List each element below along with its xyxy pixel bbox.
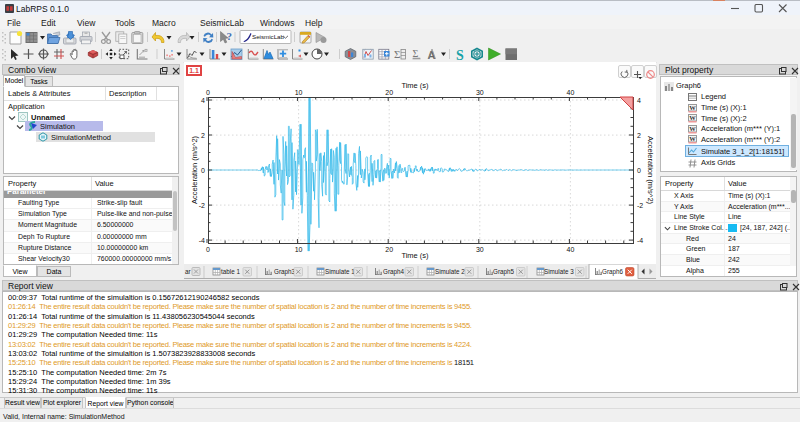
- svg-text:ar: ar: [185, 268, 191, 275]
- svg-text:40: 40: [567, 89, 575, 96]
- svg-text:30: 30: [476, 89, 484, 96]
- svg-text:W: W: [689, 104, 696, 111]
- svg-text:Simulate 2: Simulate 2: [435, 268, 465, 275]
- svg-text:-4: -4: [637, 237, 643, 244]
- svg-text:10: 10: [295, 89, 303, 96]
- svg-text:W: W: [689, 135, 696, 142]
- svg-text:0: 0: [206, 89, 210, 96]
- svg-text:Graph6: Graph6: [602, 268, 624, 276]
- svg-text:2: 2: [201, 132, 205, 139]
- svg-text:Σ: Σ: [394, 48, 400, 60]
- svg-text:20: 20: [385, 89, 393, 96]
- svg-text:4: 4: [637, 97, 641, 104]
- svg-text:-2: -2: [199, 202, 205, 209]
- svg-text:SeismicLab: SeismicLab: [252, 33, 285, 40]
- svg-text:W: W: [689, 114, 696, 121]
- svg-text:table 1: table 1: [221, 268, 240, 275]
- svg-text:Graph5: Graph5: [493, 268, 515, 276]
- svg-text:0: 0: [206, 246, 210, 253]
- svg-text:-2: -2: [637, 202, 643, 209]
- svg-text:Graph3: Graph3: [274, 268, 296, 276]
- svg-text:S: S: [456, 48, 464, 63]
- svg-text:Σ: Σ: [413, 48, 419, 59]
- svg-text:4: 4: [201, 97, 205, 104]
- svg-text:30: 30: [476, 246, 484, 253]
- svg-text:20: 20: [385, 246, 393, 253]
- svg-text:0: 0: [201, 167, 205, 174]
- svg-text:Time (s): Time (s): [401, 81, 429, 90]
- svg-text:Time (s): Time (s): [401, 251, 429, 260]
- svg-text:Simulate 3: Simulate 3: [544, 268, 574, 275]
- svg-text:?: ?: [227, 30, 233, 42]
- svg-text:-4: -4: [199, 237, 205, 244]
- svg-text:Graph4: Graph4: [383, 268, 405, 276]
- svg-text:0: 0: [637, 167, 641, 174]
- svg-text:Acceleration (m/s^2): Acceleration (m/s^2): [190, 135, 199, 204]
- svg-text:10: 10: [295, 246, 303, 253]
- svg-text:2: 2: [637, 132, 641, 139]
- svg-text:Acceleration (m/s^2): Acceleration (m/s^2): [646, 136, 655, 205]
- svg-text:40: 40: [567, 246, 575, 253]
- svg-text:Simulate 1: Simulate 1: [325, 268, 355, 275]
- svg-text:W: W: [689, 125, 696, 132]
